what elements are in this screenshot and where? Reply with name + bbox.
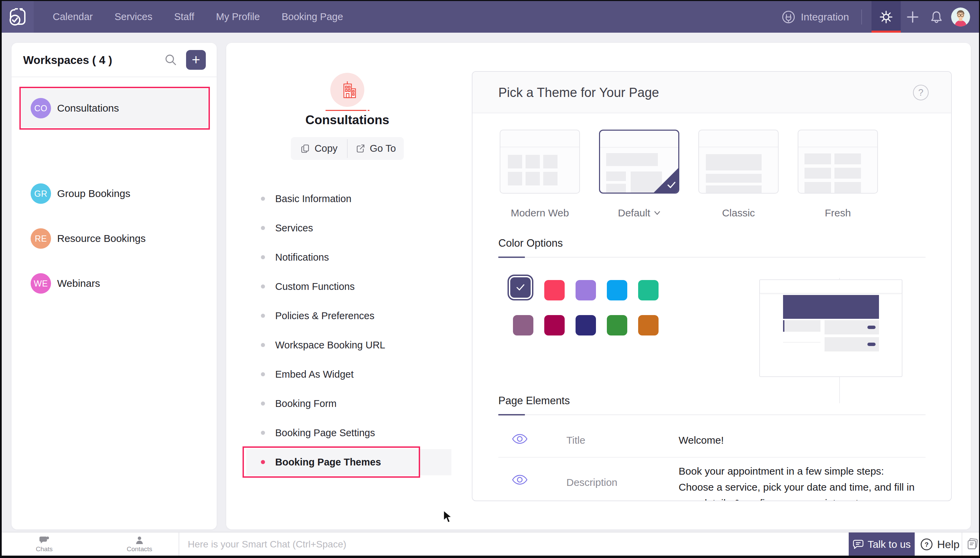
contacts-icon [135,536,144,545]
integration-button[interactable]: Integration [781,10,849,25]
color-swatch[interactable] [575,315,596,335]
sidebar-item-consultations[interactable]: CO Consultations [21,89,208,128]
user-avatar[interactable] [951,8,970,26]
app-window: Calendar Services Staff My Profile Booki… [0,0,980,558]
nav-item-my-profile[interactable]: My Profile [216,11,260,23]
menu-item-workspace-booking-url[interactable]: Workspace Booking URL [261,335,385,355]
integration-label: Integration [801,11,849,23]
sidebar-item-group-bookings[interactable]: GR Group Bookings [21,174,208,213]
color-swatch[interactable] [544,280,565,300]
nav-item-staff[interactable]: Staff [174,11,194,23]
color-swatch-selected[interactable] [510,277,531,298]
color-options-rule [498,257,926,258]
menu-item-booking-page-themes[interactable]: Booking Page Themes [261,452,381,472]
page-element-value-title: Welcome! [678,435,724,446]
nav-menu: Calendar Services Staff My Profile Booki… [53,11,343,23]
color-swatch[interactable] [638,315,659,335]
bottombar-divider [179,532,179,556]
color-swatch[interactable] [607,280,627,300]
workspace-name: Group Bookings [57,188,130,199]
workspaces-sidebar: Workspaces ( 4 ) + CO Consultations GR G… [11,43,217,529]
add-workspace-button[interactable]: + [186,50,206,70]
preview-content-row [824,320,879,335]
menu-item-notifications[interactable]: Notifications [261,247,329,268]
contacts-label: Contacts [127,545,152,553]
theme-preview-thumbnail [759,279,903,377]
plug-icon [781,10,796,25]
description-visibility-toggle[interactable] [512,474,528,487]
row-divider [498,457,926,458]
workspace-title: Consultations [279,113,415,127]
contacts-button[interactable]: Contacts [121,532,158,556]
bullet-icon [261,226,265,230]
copy-button[interactable]: Copy [291,137,347,160]
bullet-icon [261,284,265,289]
settings-button[interactable] [872,1,901,33]
color-swatch[interactable] [575,280,596,300]
nav-item-calendar[interactable]: Calendar [53,11,93,23]
workspace-avatar: CO [31,98,51,118]
theme-label-classic: Classic [698,207,778,219]
chat-bubbles-icon [39,536,49,545]
bullet-icon [261,343,265,347]
search-icon [164,53,178,67]
theme-card-fresh[interactable] [798,130,878,194]
workspace-search-button[interactable] [162,51,180,69]
menu-item-custom-functions[interactable]: Custom Functions [261,276,355,297]
theme-panel: Pick a Theme for Your Page ? [472,71,952,501]
bottombar-divider [962,532,962,556]
title-visibility-toggle[interactable] [512,433,528,446]
menu-item-policies-preferences[interactable]: Policies & Preferences [261,305,375,326]
thumb-header [500,130,579,147]
sidebar-item-resource-bookings[interactable]: RE Resource Bookings [21,219,208,258]
nav-item-booking-page[interactable]: Booking Page [282,11,343,23]
go-to-button[interactable]: Go To [347,137,404,160]
page-element-label-description: Description [566,477,618,488]
menu-item-services[interactable]: Services [261,218,313,238]
theme-card-default[interactable] [599,130,679,194]
workspace-avatar: RE [31,228,51,249]
theme-label-modern-web: Modern Web [500,207,580,219]
workspace-icon [330,73,364,107]
add-button[interactable] [901,1,924,33]
theme-label-default[interactable]: Default [599,207,679,219]
feedback-button[interactable] [964,532,980,556]
app-logo[interactable] [2,1,34,33]
bullet-icon [261,314,265,318]
bullet-icon [261,402,265,405]
chats-button[interactable]: Chats [29,532,59,556]
theme-label-fresh: Fresh [798,207,878,219]
bottom-bar: Chats Contacts Talk to us ? [2,532,979,556]
workspace-name: Webinars [57,277,100,289]
theme-card-modern-web[interactable] [500,130,580,194]
sidebar-divider [11,77,217,77]
menu-item-booking-form[interactable]: Booking Form [261,393,337,414]
preview-content-row [824,337,879,351]
bullet-icon [261,255,265,259]
page-element-label-title: Title [566,435,585,446]
help-label: Help [937,538,960,551]
help-icon[interactable]: ? [913,85,929,100]
color-swatch[interactable] [607,315,627,335]
color-swatch[interactable] [513,315,533,335]
color-swatch[interactable] [638,280,659,300]
workspace-name: Consultations [57,102,119,114]
menu-item-embed-as-widget[interactable]: Embed As Widget [261,364,354,384]
top-nav: Calendar Services Staff My Profile Booki… [2,1,979,33]
sidebar-item-webinars[interactable]: WE Webinars [21,264,208,303]
menu-item-basic-information[interactable]: Basic Information [261,189,351,209]
theme-card-classic[interactable] [698,130,778,194]
page-elements-title: Page Elements [498,395,570,407]
menu-item-booking-page-settings[interactable]: Booking Page Settings [261,423,375,443]
color-swatch[interactable] [544,315,565,335]
smart-chat-input[interactable] [187,532,800,556]
mouse-cursor [442,510,454,526]
talk-to-us-button[interactable]: Talk to us [849,532,915,556]
gear-icon [879,10,893,24]
nav-item-services[interactable]: Services [115,11,152,23]
notifications-button[interactable] [924,1,948,33]
goto-label: Go To [370,143,396,154]
talk-to-us-label: Talk to us [868,538,911,550]
plus-icon [906,10,919,24]
help-button[interactable]: ? Help [920,532,960,556]
